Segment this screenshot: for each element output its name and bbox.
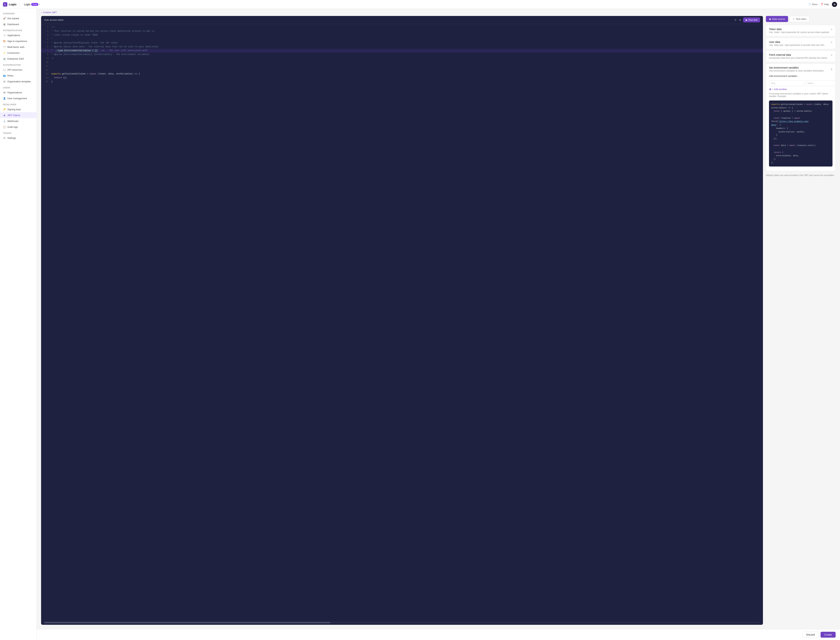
log-icon: 📋 — [3, 125, 6, 128]
docs-label: Docs — [812, 3, 818, 6]
sidebar-section-label: OVERVIEW — [0, 10, 37, 15]
refresh-button[interactable]: ↺ — [734, 18, 737, 22]
sidebar-item-audit-logs[interactable]: 📋Audit logs — [0, 124, 37, 130]
right-panel: ◉ Data source ✓ Test claim Token data Us… — [766, 16, 835, 625]
breadcrumb: ‹ Custom JWT — [37, 9, 840, 16]
person-icon: 👤 — [3, 97, 6, 100]
tab-data-source-label: Data source — [772, 18, 785, 20]
code-line: 11 — [41, 64, 763, 68]
sidebar-item-org-template[interactable]: ⊞Organization template — [0, 78, 37, 84]
play-icon: ▶ — [746, 19, 747, 21]
editor-scrollbar[interactable] — [44, 622, 760, 623]
sidebar-item-connectors[interactable]: ⚡Connectors — [0, 50, 37, 56]
sidebar-item-label: Dashboard — [7, 23, 19, 26]
code-line: 14 return {}; — [41, 76, 763, 80]
topbar-right: 📄 Docs ❓ Help ⚙ — [808, 2, 837, 7]
env-selector[interactable]: Logto Prod ▾ — [22, 2, 42, 6]
sidebar-item-mfa[interactable]: 🛡Multi-factor auth — [0, 44, 37, 50]
copy-button[interactable]: ⧉ — [739, 18, 742, 22]
sidebar-item-label: Multi-factor auth — [7, 46, 24, 48]
building-icon: 🏢 — [3, 57, 6, 60]
env-section-desc: Use environment variables to store sensi… — [769, 69, 824, 72]
run-test-button[interactable]: ▶ Run test — [743, 18, 760, 22]
code-line: 1/** — [41, 26, 763, 29]
sidebar-item-signing-keys[interactable]: 🔑Signing keys — [0, 106, 37, 112]
org-icon: 🏛 — [3, 91, 6, 94]
content-area: ‹ Custom JWT User access token ↺ ⧉ ▶ Run… — [37, 9, 840, 640]
accordion-fetch-desc: Incorporate data from your external APIs… — [769, 57, 831, 59]
code-line: 6 * @param {Data} data.data - the intern… — [41, 45, 763, 49]
code-line: 15} — [41, 80, 763, 84]
sidebar-item-settings[interactable]: ⚙Settings — [0, 135, 37, 141]
accordion-fetch: Fetch external data Incorporate data fro… — [766, 51, 835, 62]
tab-data-source[interactable]: ◉ Data source — [766, 16, 788, 22]
editor-actions: ↺ ⧉ ▶ Run test — [734, 18, 760, 22]
webhook-icon: ⚓ — [3, 120, 6, 123]
tab-test-claim[interactable]: ✓ Test claim — [790, 16, 810, 22]
help-link[interactable]: ❓ Help — [820, 3, 829, 6]
sidebar-item-label: Organizations — [7, 91, 22, 94]
env-key-input[interactable] — [769, 80, 804, 86]
token-icon: ◈ — [3, 114, 6, 117]
env-example-label: Accessing environment variables in your … — [766, 91, 835, 99]
plug-icon: ⚡ — [3, 51, 6, 54]
chevron-down-icon: ▾ — [39, 3, 40, 5]
sidebar-item-get-started[interactable]: 🚀Get started — [0, 15, 37, 21]
editor-body[interactable]: 1/**2 * This function is called during t… — [41, 24, 763, 620]
env-add-label: Add environment variables — [769, 75, 832, 77]
sidebar-item-dashboard[interactable]: ▦Dashboard — [0, 21, 37, 27]
sidebar-item-label: Sign-in experience — [7, 40, 27, 43]
avatar[interactable]: ⚙ — [832, 2, 837, 7]
code-line: 12 — [41, 68, 763, 72]
accordion-user: User data Use `data.user` input paramete… — [766, 38, 835, 49]
sidebar-item-user-management[interactable]: 👤User management — [0, 95, 37, 101]
example-url-link[interactable]: 'https://api.example.com/ — [779, 120, 809, 123]
sidebar-item-api-resources[interactable]: { }API resources — [0, 67, 37, 73]
env-section-title: Set environment variables — [769, 66, 824, 69]
key-icon: 🔑 — [3, 108, 6, 111]
code-icon: { } — [3, 68, 6, 71]
rocket-icon: 🚀 — [3, 17, 6, 20]
editor-scrollbar-thumb — [44, 622, 330, 623]
accordion-user-header[interactable]: User data Use `data.user` input paramete… — [766, 38, 835, 49]
create-button[interactable]: Create — [821, 632, 835, 638]
code-line: 13exports.getCustomJwtClaims = async (to… — [41, 72, 763, 76]
sidebar-item-organizations[interactable]: 🏛Organizations — [0, 90, 37, 95]
code-line: 5 * @param {AccessTokenPayload} token -T… — [41, 41, 763, 45]
sidebar-item-label: User management — [7, 97, 27, 100]
env-label: Logto — [24, 3, 30, 6]
sidebar-item-jwt-claims[interactable]: ◈JWT Claims — [0, 112, 37, 118]
users-icon: 👥 — [3, 74, 6, 77]
editor-header: User access token ↺ ⧉ ▶ Run test — [41, 16, 763, 24]
chevron-left-icon: ‹ — [41, 11, 42, 14]
docs-link[interactable]: 📄 Docs — [808, 3, 818, 6]
logo-icon: L — [3, 2, 7, 6]
sidebar-item-applications[interactable]: ⬡Applications — [0, 32, 37, 38]
sidebar-item-label: Settings — [7, 137, 16, 139]
sidebar-item-enterprise-sso[interactable]: 🏢Enterprise SSO — [0, 56, 37, 62]
topbar-left: L Logto Logto Prod ▾ — [3, 2, 42, 6]
code-line: 10 — [41, 61, 763, 64]
accordion-token-header[interactable]: Token data Use `token` input parameter f… — [766, 25, 835, 36]
accordion-token: Token data Use `token` input parameter f… — [766, 25, 835, 36]
sidebar-item-roles[interactable]: 👥Roles — [0, 73, 37, 78]
env-value-input[interactable] — [805, 80, 835, 86]
discard-button[interactable]: Discard — [802, 632, 819, 638]
breadcrumb-link[interactable]: Custom JWT — [43, 11, 57, 14]
code-line: 3 * Limit custom claims to under 50KB. — [41, 33, 763, 37]
editor-title: User access token — [44, 19, 64, 21]
topbar: L Logto Logto Prod ▾ 📄 Docs ❓ Help ⚙ — [0, 0, 840, 9]
sidebar-section-label: AUTHORIZATION — [0, 62, 37, 67]
sidebar-item-webhooks[interactable]: ⚓Webhooks — [0, 118, 37, 124]
footer-note: Default claims are auto-included in the … — [766, 173, 835, 178]
add-another-button[interactable]: ⊕ + Add another — [766, 88, 790, 91]
sidebar-item-sign-in[interactable]: 🎨Sign-in experience — [0, 38, 37, 44]
chevron-down-icon: ∨ — [831, 28, 832, 30]
env-section-header[interactable]: Set environment variables Use environmen… — [766, 64, 835, 75]
brand-name: Logto — [9, 3, 16, 6]
sidebar-section-label: AUTHENTICATION — [0, 27, 37, 32]
sidebar-section-label: TENANT — [0, 130, 37, 135]
shield-icon: 🛡 — [3, 45, 6, 48]
accordion-fetch-header[interactable]: Fetch external data Incorporate data fro… — [766, 51, 835, 62]
sidebar-item-label: Webhooks — [7, 120, 19, 123]
